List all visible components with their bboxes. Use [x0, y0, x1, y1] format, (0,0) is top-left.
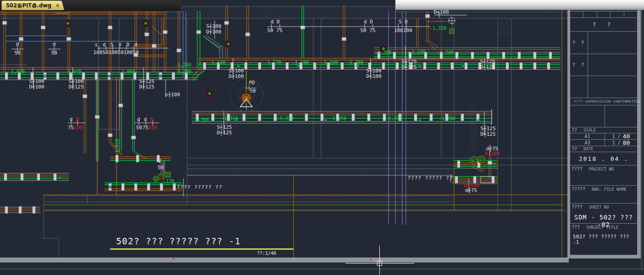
- subject-row: ???SUBJECT TITLE 502? ??? ????? ??? -1: [570, 224, 637, 255]
- canvas-label: D: [150, 117, 154, 122]
- canvas-label: 100501005010050: [93, 50, 139, 55]
- canvas-label: -1,330: [277, 116, 294, 121]
- canvas-label: S┼100 D┼100: [366, 68, 381, 80]
- file-tab-bar: 502동PIT층.dwg ×: [0, 0, 181, 11]
- project-row: ????PROJECT NO: [570, 165, 637, 186]
- canvas-label: V: [158, 159, 161, 164]
- crosshair-pickbox: [377, 261, 382, 266]
- canvas-label: 50: [51, 50, 57, 56]
- canvas-label: S┼125 D┼125: [139, 79, 154, 90]
- scrollbar-marker: [370, 258, 372, 260]
- file-tab[interactable]: 502동PIT층.dwg ×: [1, 0, 64, 10]
- canvas-label: 100100: [394, 28, 412, 33]
- canvas-label: -1,020: [8, 69, 25, 74]
- canvas-label: D┼100: [484, 151, 500, 157]
- canvas-label: 50 75: [267, 28, 282, 33]
- signature-row: ? ?: [570, 54, 637, 76]
- canvas-label: S┼100 D┼100: [228, 68, 244, 80]
- canvas-label: -1,310: [222, 116, 238, 121]
- canvas-label: 100: [73, 125, 83, 131]
- confirmation-boxes: [570, 105, 637, 127]
- canvas-label: -1,240: [437, 50, 454, 55]
- canvas-label: -1,180: [292, 60, 309, 65]
- tab-close-icon[interactable]: ×: [56, 3, 59, 8]
- drawing-labels: d50d50s d S V D d100501005010050S┼100 D┼…: [0, 0, 644, 275]
- canvas-label: 75: [142, 125, 148, 131]
- canvas-label: S┼100 D┼100: [206, 24, 221, 35]
- canvas-label: D┼100: [464, 183, 479, 188]
- canvas-label: S┼125 D┼125: [480, 59, 495, 71]
- top-right-panel: [395, 0, 644, 10]
- canvas-label: PD: [249, 80, 255, 86]
- canvas-label: S┼125 D┼125: [401, 59, 416, 71]
- canvas-label: d: [53, 42, 56, 47]
- canvas-label: -1,010: [115, 139, 120, 155]
- canvas-label: s┼100: [165, 92, 180, 98]
- canvas-label: -1,200: [347, 60, 363, 65]
- cad-drawing[interactable]: [0, 0, 644, 275]
- scrollbar-marker: [173, 258, 174, 259]
- date-value: 2018 . 04 .: [570, 152, 637, 165]
- date-header: ??DATE: [570, 146, 637, 152]
- canvas-label: -1,190: [321, 60, 338, 65]
- canvas-label: d: [16, 42, 19, 47]
- canvas-label: d┼75: [486, 146, 499, 152]
- canvas-label: D┼100: [433, 10, 449, 15]
- canvas-label: d: [70, 117, 73, 122]
- canvas-label: ???? ????? ??: [407, 176, 453, 181]
- sheet-row: ????SHEET NO SDM - 502? ??? -02: [570, 204, 637, 224]
- canvas-label: S┼100 D┼100: [29, 79, 44, 90]
- canvas-label: -1,060: [119, 69, 135, 74]
- title-block-bottom-border: [570, 255, 641, 258]
- canvas-label: D: [76, 117, 79, 122]
- drawing-title: 502? ??? ????? ??? -1: [116, 236, 241, 246]
- title-underline: [110, 248, 294, 250]
- canvas-label: -1,230: [409, 50, 426, 55]
- title-block: ? ? ? ? ? ? ???? SUPERVISION CONFIRMATIO…: [570, 11, 638, 256]
- canvas-label: 50: [250, 88, 255, 94]
- canvas-label: -1,210: [375, 50, 391, 55]
- canvas-label: -1,370: [385, 116, 402, 121]
- canvas-label: 50: [14, 50, 20, 56]
- supervision-label: ???? SUPERVISION CONFIRMATION: [570, 98, 637, 105]
- canvas-label: d┼75: [465, 188, 477, 193]
- canvas-label: 100: [148, 125, 157, 131]
- canvas-label: S┼125 D┼125: [217, 125, 232, 136]
- cad-application-window: d50d50s d S V D d100501005010050S┼100 D┼…: [0, 0, 644, 275]
- canvas-label: -1,170: [265, 60, 281, 65]
- canvas-label: 75: [67, 125, 73, 131]
- canvas-label: ???? ????? ??: [177, 185, 222, 190]
- canvas-label: d: [144, 117, 147, 122]
- scale-row-a3: A3 1 / 80: [570, 140, 637, 146]
- canvas-label: -1,130: [209, 60, 225, 65]
- canvas-label: -1,260: [175, 62, 191, 67]
- scale-note: ??:1/40: [257, 251, 276, 256]
- horizontal-scrollbar[interactable]: [0, 258, 569, 263]
- canvas-label: 50: [136, 125, 142, 131]
- crosshair-cursor: [379, 246, 380, 275]
- scale-row-a1: A1 1 / 40: [570, 133, 637, 140]
- canvas-label: S┼100 D┼125: [68, 79, 83, 90]
- canvas-label: -1,350: [330, 116, 346, 121]
- canvas-label: -1,300: [192, 117, 209, 122]
- file-tab-title: 502동PIT층.dwg: [6, 2, 51, 9]
- canvas-label: 50 75: [360, 28, 375, 33]
- canvas-label: 50: [157, 165, 163, 170]
- canvas-label: -1,220: [430, 26, 446, 31]
- signature-row: ? ?: [570, 32, 637, 54]
- canvas-label: s d S V D d: [95, 42, 139, 48]
- canvas-label: S┼125 D┼125: [480, 126, 495, 138]
- canvas-label: -170: [163, 179, 174, 184]
- canvas-label: d D: [364, 19, 373, 25]
- title-block-header: ? ?: [570, 18, 637, 32]
- canvas-label: S D: [399, 19, 408, 25]
- subject-title-value: 502? ??? ????? ??? -1: [573, 234, 637, 245]
- signature-row: [570, 76, 637, 98]
- file-row: ?????DWG. FILE NAME: [570, 186, 637, 204]
- canvas-label: d: [137, 117, 140, 122]
- canvas-label: -1,380: [439, 116, 455, 121]
- canvas-label: -1,280: [175, 69, 191, 74]
- title-block-cells: [570, 11, 637, 18]
- canvas-label: d D: [271, 19, 280, 25]
- canvas-label: -1,040: [65, 69, 81, 74]
